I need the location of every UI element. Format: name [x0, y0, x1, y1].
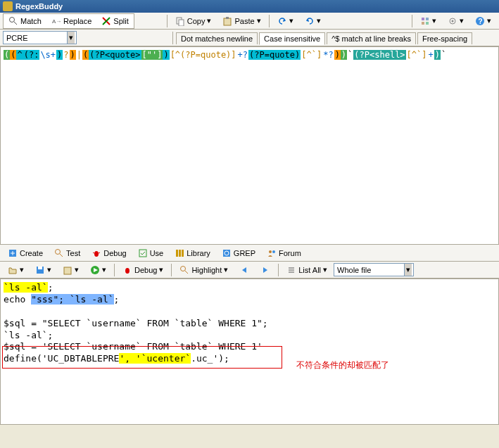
regex-token: ( — [10, 50, 16, 60]
separator — [269, 15, 270, 27]
bug-icon — [91, 248, 101, 258]
options-button[interactable]: ▾ — [443, 14, 469, 28]
debug-run-button[interactable]: Debug ▾ — [118, 263, 168, 277]
debug-run-label: Debug — [134, 266, 157, 274]
copy-button[interactable]: Copy ▾ — [170, 14, 217, 28]
text: `; — [42, 282, 53, 293]
next-match-button[interactable] — [255, 263, 275, 277]
people-icon — [267, 248, 277, 258]
text: `; — [108, 294, 120, 305]
text: $sql = 'SELECT `username` FROM `table` W… — [4, 341, 495, 353]
regex-token: (?P<shell> — [353, 50, 405, 60]
regex-token: | — [76, 50, 82, 60]
regex-token: [^(?P=quote)] — [170, 50, 237, 60]
dropdown-arrow-icon: ▾ — [224, 265, 228, 274]
grep-tab[interactable]: GREP — [217, 246, 260, 260]
svg-rect-6 — [179, 20, 184, 26]
highlight-button[interactable]: Highlight ▾ — [175, 263, 233, 277]
text: `.uc_'); — [185, 353, 229, 364]
copy-label: Copy — [187, 17, 206, 25]
open-button[interactable]: ▾ — [3, 263, 29, 277]
svg-rect-11 — [422, 22, 424, 25]
text: $sql = "SELECT `username` FROM `table` W… — [4, 318, 495, 330]
test-label: Test — [66, 249, 80, 257]
svg-point-22 — [94, 251, 99, 257]
svg-rect-12 — [426, 22, 429, 25]
save-button[interactable]: ▾ — [30, 263, 56, 277]
paste-icon — [222, 16, 232, 26]
svg-point-20 — [56, 249, 61, 254]
option-dot-newline[interactable]: Dot matches newline — [176, 32, 258, 44]
debug-tab[interactable]: Debug — [87, 246, 131, 260]
replace-label: Replace — [63, 17, 91, 25]
dropdown-arrow-icon: ▾ — [102, 265, 106, 274]
test-tab[interactable]: Test — [49, 246, 85, 260]
bug-icon — [122, 265, 132, 275]
regex-editor[interactable]: ((^(?:\s+)?)|((?P<quote>["'])[^(?P=quote… — [0, 46, 499, 245]
grep-icon — [222, 248, 232, 258]
options-toolbar: PCRE ▾ Dot matches newline Case insensit… — [0, 30, 499, 46]
svg-line-21 — [60, 254, 63, 257]
folder-icon — [8, 265, 18, 275]
separator — [278, 264, 279, 276]
regex-token: [^`] — [406, 50, 428, 60]
help-button[interactable]: ? ▾ — [470, 14, 496, 28]
dropdown-arrow-icon: ▾ — [323, 265, 327, 274]
paste-icon — [63, 265, 72, 275]
undo-button[interactable]: ▾ — [272, 14, 298, 28]
regex-token: [^`] — [301, 50, 322, 60]
svg-text:?: ? — [479, 18, 483, 25]
library-tab[interactable]: Library — [170, 246, 215, 260]
redo-button[interactable]: ▾ — [300, 14, 326, 28]
forum-tab[interactable]: Forum — [262, 246, 306, 260]
dropdown-arrow-icon: ▾ — [257, 16, 261, 25]
flavor-combo[interactable]: PCRE ▾ — [3, 31, 77, 44]
scope-combo[interactable]: Whole file ▾ — [334, 263, 414, 276]
match-shell: ls -al — [75, 294, 108, 305]
option-free-spacing[interactable]: Free-spacing — [417, 32, 472, 44]
svg-text:A→B: A→B — [52, 18, 61, 25]
layout-button[interactable]: ▾ — [415, 14, 441, 28]
titlebar: RegexBuddy — [0, 0, 499, 13]
svg-point-14 — [452, 20, 454, 22]
svg-line-1 — [14, 22, 17, 25]
split-button[interactable]: Split — [96, 14, 133, 28]
dropdown-arrow-icon: ▾ — [460, 16, 464, 25]
replace-button[interactable]: A→B Replace — [46, 14, 96, 28]
dropdown-arrow-icon: ▾ — [317, 16, 321, 25]
option-anchor-linebreak[interactable]: ^$ match at line breaks — [327, 32, 416, 44]
paste-button[interactable]: Paste ▾ — [217, 14, 265, 28]
prev-match-button[interactable] — [234, 263, 254, 277]
paste-test-button[interactable]: ▾ — [58, 263, 84, 277]
svg-point-31 — [269, 250, 272, 253]
match-quote: "sss" — [31, 294, 58, 305]
regex-token: ) — [56, 50, 63, 60]
regex-token: *? — [322, 50, 334, 60]
highlight-label: Highlight — [191, 266, 222, 274]
library-label: Library — [187, 249, 210, 257]
create-tab[interactable]: Create — [3, 246, 48, 260]
run-button[interactable]: ▾ — [85, 263, 111, 277]
flavor-value: PCRE — [6, 34, 67, 42]
text: ; ` — [58, 294, 75, 305]
regex-token: ) — [434, 50, 441, 60]
svg-point-37 — [125, 268, 130, 274]
use-tab[interactable]: Use — [133, 246, 169, 260]
play-icon — [90, 265, 100, 275]
forum-label: Forum — [279, 249, 301, 257]
separator — [172, 32, 173, 44]
match-button[interactable]: Match — [4, 14, 46, 28]
regex-token: \s+ — [39, 50, 56, 60]
redo-icon — [305, 16, 315, 26]
dropdown-arrow-icon: ▾ — [487, 16, 491, 25]
test-editor[interactable]: `ls -al`; echo "sss"; `ls -al`; $sql = "… — [0, 279, 499, 425]
text: `ls -al`; — [4, 330, 495, 342]
regex-token: ` — [441, 50, 447, 60]
regex-token: ) — [163, 50, 169, 60]
list-all-button[interactable]: List All ▾ — [282, 263, 332, 277]
option-case-insensitive[interactable]: Case insensitive — [259, 32, 325, 45]
library-icon — [175, 248, 184, 258]
use-icon — [138, 248, 148, 258]
svg-rect-9 — [422, 18, 424, 20]
separator — [167, 15, 168, 27]
